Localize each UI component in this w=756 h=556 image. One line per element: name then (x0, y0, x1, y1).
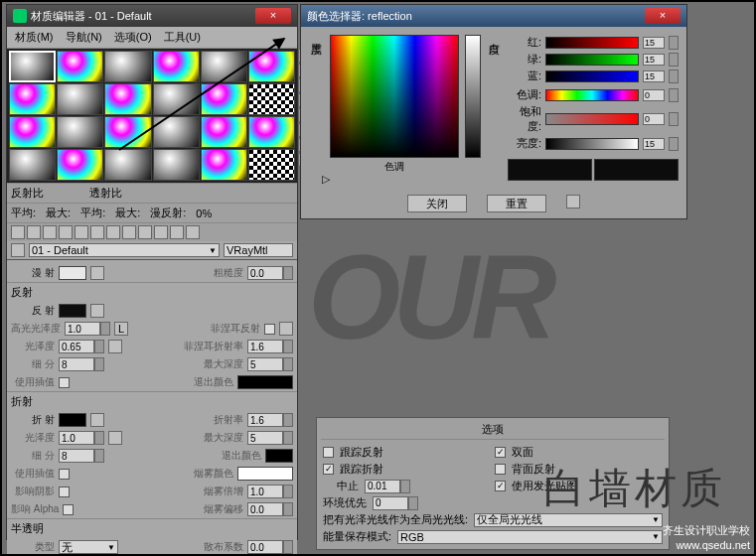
material-sample[interactable] (9, 149, 56, 181)
current-color-swatch[interactable] (508, 159, 592, 181)
hue-slider[interactable] (545, 89, 639, 101)
annotation-text: 白墙材质 (543, 461, 726, 516)
roughness-spinner[interactable] (247, 266, 293, 280)
diffuse-map-button[interactable] (90, 266, 104, 280)
red-value[interactable] (643, 37, 665, 49)
diffuse-row: 漫 射 粗糙度 (7, 264, 297, 282)
close-icon[interactable]: × (255, 8, 291, 24)
material-name-row: 01 - Default▼ VRayMtl (7, 241, 297, 259)
material-sample[interactable] (201, 149, 247, 181)
env-priority-spinner[interactable] (373, 496, 418, 510)
material-sample[interactable] (248, 83, 295, 115)
menubar: 材质(M) 导航(N) 选项(O) 工具(U) (7, 27, 297, 49)
material-sample[interactable] (201, 116, 247, 148)
refraction-swatch[interactable] (59, 413, 86, 427)
green-value[interactable] (643, 54, 665, 66)
back-refl-checkbox[interactable] (495, 464, 506, 475)
material-type-button[interactable]: VRayMtl (224, 243, 293, 257)
eyedropper-icon[interactable] (566, 195, 580, 208)
sat-slider[interactable] (545, 113, 639, 125)
trace-refl-checkbox[interactable] (323, 447, 334, 458)
color-sliders: 红: 绿: 蓝: 色调: 饱和度: 亮度: (508, 35, 679, 181)
val-value[interactable] (643, 138, 665, 150)
material-sample[interactable] (153, 51, 200, 82)
app-icon (13, 9, 27, 23)
refr-gloss-spinner[interactable] (59, 431, 104, 445)
blue-value[interactable] (643, 70, 665, 82)
window-title: 材质编辑器 - 01 - Default (31, 9, 152, 24)
scatter-spinner[interactable] (247, 540, 293, 554)
close-button[interactable]: 关闭 (407, 195, 467, 212)
fresnel-ior-spinner[interactable] (247, 340, 293, 353)
refl-exit-swatch[interactable] (237, 375, 293, 389)
green-slider[interactable] (545, 54, 639, 66)
menu-material[interactable]: 材质(M) (11, 29, 58, 46)
translucency-type-combo[interactable]: 无▼ (59, 540, 118, 554)
close-icon[interactable]: × (645, 8, 680, 24)
affect-shadow-checkbox[interactable] (59, 486, 70, 497)
cutoff-spinner[interactable] (365, 480, 410, 493)
refl-gloss-spinner[interactable] (59, 340, 104, 353)
refl-map-button[interactable] (90, 304, 104, 318)
diffuse-swatch[interactable] (59, 266, 86, 280)
hue-marker-icon[interactable]: ▷ (322, 173, 330, 186)
material-sample[interactable] (153, 149, 200, 181)
material-name-combo[interactable]: 01 - Default▼ (29, 243, 220, 257)
material-sample[interactable] (57, 51, 103, 82)
sat-value[interactable] (643, 113, 665, 125)
material-editor-window: 材质编辑器 - 01 - Default × 材质(M) 导航(N) 选项(O)… (6, 4, 298, 540)
material-sample[interactable] (57, 116, 103, 148)
refr-depth-spinner[interactable] (247, 431, 293, 445)
value-slider[interactable] (465, 35, 481, 158)
color-field[interactable] (330, 35, 459, 158)
blue-slider[interactable] (545, 70, 639, 82)
menu-options[interactable]: 选项(O) (110, 29, 156, 46)
trace-refr-checkbox[interactable]: ✓ (323, 464, 334, 475)
material-sample[interactable] (104, 149, 151, 181)
menu-nav[interactable]: 导航(N) (62, 29, 106, 46)
hue-value[interactable] (643, 89, 665, 101)
refl-subdiv-spinner[interactable] (59, 357, 104, 371)
reflection-swatch[interactable] (59, 304, 86, 318)
use-irrmap-checkbox[interactable]: ✓ (495, 481, 506, 491)
window-title: 颜色选择器: reflection (307, 9, 412, 24)
reflection-row: 反 射 (7, 302, 297, 320)
fog-swatch[interactable] (237, 467, 293, 481)
material-sample[interactable] (248, 149, 295, 181)
material-sample[interactable] (104, 51, 151, 82)
refraction-header: 折射 (7, 391, 297, 411)
menu-tools[interactable]: 工具(U) (160, 29, 205, 46)
refl-interp-checkbox[interactable] (59, 377, 70, 388)
lock-button[interactable]: L (114, 322, 128, 336)
options-title: 选项 (321, 422, 665, 440)
material-sample[interactable] (248, 116, 295, 148)
refr-exit-swatch[interactable] (265, 449, 293, 463)
fresnel-checkbox[interactable] (264, 324, 275, 335)
reset-button[interactable]: 重置 (487, 195, 546, 212)
pick-icon[interactable] (11, 225, 25, 239)
affect-alpha-checkbox[interactable] (63, 504, 74, 515)
material-sample[interactable] (9, 83, 56, 115)
color-picker-titlebar[interactable]: 颜色选择器: reflection × (301, 5, 686, 27)
material-sample[interactable] (57, 149, 103, 181)
prev-icon[interactable] (11, 243, 25, 257)
red-slider[interactable] (545, 37, 639, 49)
fogbias-spinner[interactable] (247, 502, 293, 516)
refr-subdiv-spinner[interactable] (59, 449, 104, 463)
refl-depth-spinner[interactable] (247, 357, 293, 371)
material-sample[interactable] (57, 83, 103, 115)
material-toolbar (7, 222, 297, 241)
material-sample[interactable] (9, 116, 56, 148)
material-sample-grid (7, 49, 297, 183)
energy-mode-combo[interactable]: RGB▼ (397, 530, 663, 544)
material-editor-titlebar[interactable]: 材质编辑器 - 01 - Default × (7, 5, 297, 27)
material-sample[interactable] (104, 83, 151, 115)
fogmult-spinner[interactable] (247, 485, 293, 498)
refr-interp-checkbox[interactable] (59, 469, 70, 480)
hilight-gloss-spinner[interactable] (65, 322, 110, 336)
refr-ior-spinner[interactable] (247, 413, 293, 427)
val-slider[interactable] (545, 138, 639, 150)
new-color-swatch[interactable] (594, 159, 679, 181)
double-sided-checkbox[interactable]: ✓ (495, 447, 506, 458)
material-sample[interactable] (9, 51, 56, 82)
